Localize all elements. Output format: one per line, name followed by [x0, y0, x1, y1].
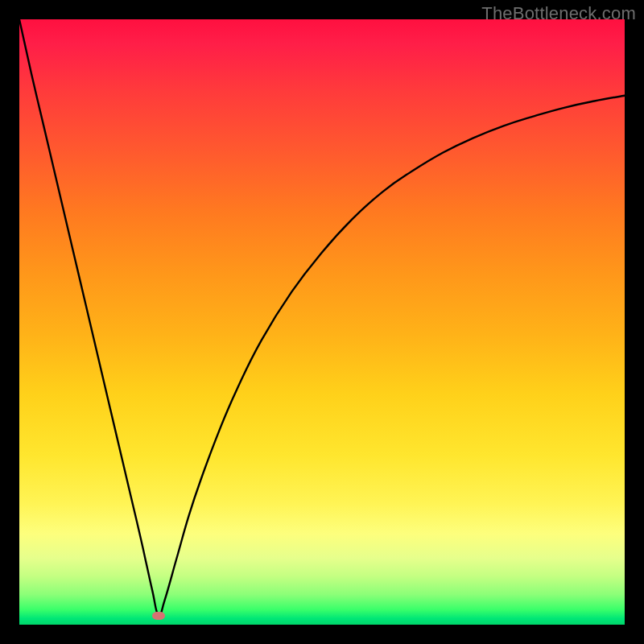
- minimum-marker: [152, 612, 165, 620]
- plot-area: [19, 19, 625, 625]
- bottleneck-curve: [19, 19, 625, 625]
- curve-path: [19, 19, 625, 616]
- watermark-text: TheBottleneck.com: [481, 3, 636, 24]
- chart-frame: TheBottleneck.com: [0, 0, 644, 644]
